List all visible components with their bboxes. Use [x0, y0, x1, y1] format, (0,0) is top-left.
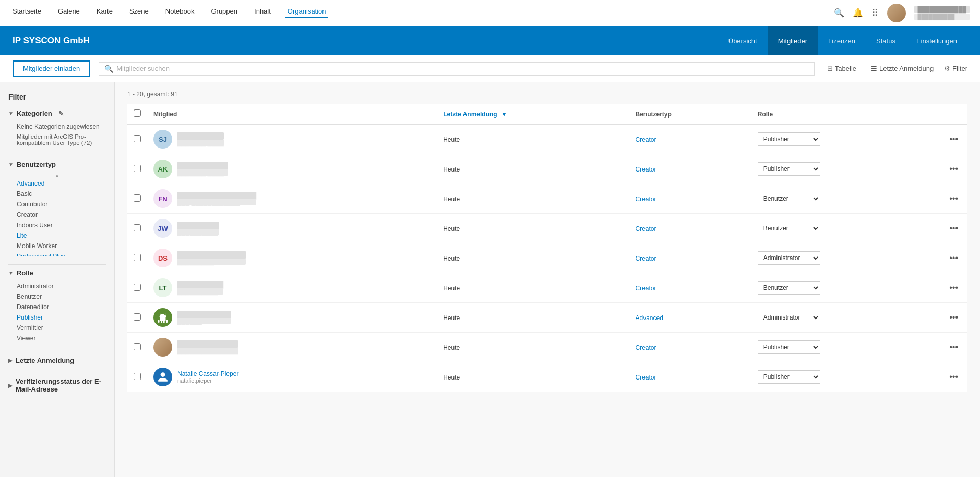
filter-item-benutzer[interactable]: Benutzer [8, 291, 106, 302]
filter-button[interactable]: ⚙ Filter [944, 65, 967, 72]
row-checkbox-1[interactable] [134, 165, 141, 172]
row-checkbox-3[interactable] [134, 224, 141, 231]
top-nav-link-gruppen[interactable]: Gruppen [209, 7, 240, 18]
filter-item-vermittler[interactable]: Vermittler [8, 323, 106, 333]
member-name: ███ ██████ ████████ [177, 192, 256, 199]
role-select[interactable]: AdministratorBenutzerDateneditorPublishe… [758, 132, 820, 146]
more-options-button[interactable]: ••• [946, 252, 961, 263]
scroll-up-indicator[interactable]: ▲ [8, 173, 106, 178]
filter-item-arcgis-pro[interactable]: Mitglieder mit ArcGIS Pro-kompatiblem Us… [8, 132, 106, 148]
row-checkbox-6[interactable] [134, 313, 141, 321]
row-checkbox-7[interactable] [134, 343, 141, 350]
row-checkbox-wrapper-1[interactable] [134, 165, 141, 174]
verifizierung-header[interactable]: ▶ Verifizierungsstatus der E-Mail-Adress… [8, 377, 106, 393]
filter-item-professional-plus[interactable]: Professional Plus [8, 251, 106, 256]
row-checkbox-wrapper-2[interactable] [134, 194, 141, 203]
last-login-value: Heute [443, 314, 460, 322]
filter-item-publisher[interactable]: Publisher [8, 312, 106, 323]
row-checkbox-wrapper-0[interactable] [134, 135, 141, 144]
invite-button[interactable]: Mitglieder einladen [13, 60, 90, 77]
avatar[interactable] [887, 4, 906, 22]
row-checkbox-2[interactable] [134, 194, 141, 202]
filter-item-dateneditor[interactable]: Dateneditor [8, 302, 106, 312]
more-options-button[interactable]: ••• [946, 341, 961, 352]
usertype-link[interactable]: Creator [636, 166, 656, 173]
col-letzte-anmeldung[interactable]: Letzte Anmeldung ▼ [437, 104, 629, 124]
more-options-button[interactable]: ••• [946, 133, 961, 144]
row-checkbox-wrapper-5[interactable] [134, 284, 141, 292]
filter-item-contributor[interactable]: Contributor [8, 199, 106, 210]
top-nav-links: StartseiteGalerieKarteSzeneNotebookGrupp… [10, 7, 834, 18]
role-select[interactable]: AdministratorBenutzerDateneditorPublishe… [758, 222, 820, 235]
org-tab-einstellungen[interactable]: Einstellungen [906, 26, 967, 55]
table-view-button[interactable]: ⊟ Tabelle [823, 63, 861, 75]
filter-item-viewer[interactable]: Viewer [8, 333, 106, 344]
usertype-link[interactable]: Creator [636, 344, 656, 351]
row-checkbox-wrapper-4[interactable] [134, 254, 141, 263]
row-checkbox-wrapper-8[interactable] [134, 373, 141, 382]
row-checkbox-wrapper-7[interactable] [134, 343, 141, 352]
org-tab-lizenzen[interactable]: Lizenzen [818, 26, 866, 55]
usertype-link[interactable]: Creator [636, 225, 656, 233]
usertype-link[interactable]: Creator [636, 136, 656, 143]
grid-icon[interactable]: ⠿ [871, 7, 879, 19]
usertype-link[interactable]: Creator [636, 195, 656, 203]
toolbar: Mitglieder einladen 🔍 ⊟ Tabelle ☰ Letzte… [0, 55, 980, 82]
more-options-button[interactable]: ••• [946, 371, 961, 382]
select-all-checkbox[interactable] [134, 109, 141, 117]
filter-item-mobile[interactable]: Mobile Worker [8, 241, 106, 251]
more-options-button[interactable]: ••• [946, 312, 961, 323]
row-checkbox-4[interactable] [134, 254, 141, 261]
org-tab-übersicht[interactable]: Übersicht [718, 26, 768, 55]
top-nav-link-startseite[interactable]: Startseite [10, 7, 43, 18]
edit-icon[interactable]: ✎ [58, 110, 64, 117]
row-checkbox-wrapper-3[interactable] [134, 224, 141, 233]
bell-icon[interactable]: 🔔 [853, 8, 863, 18]
row-checkbox-0[interactable] [134, 135, 141, 142]
top-nav-link-karte[interactable]: Karte [94, 7, 115, 18]
row-checkbox-8[interactable] [134, 373, 141, 380]
role-select[interactable]: AdministratorBenutzerDateneditorPublishe… [758, 281, 820, 295]
filter-item-creator[interactable]: Creator [8, 210, 106, 220]
usertype-link[interactable]: Advanced [636, 314, 663, 322]
more-options-button[interactable]: ••• [946, 282, 961, 293]
row-checkbox-wrapper-6[interactable] [134, 313, 141, 322]
benutzertyp-header[interactable]: ▼ Benutzertyp [8, 161, 106, 168]
letzte-anmeldung-header[interactable]: ▶ Letzte Anmeldung [8, 357, 106, 364]
role-select[interactable]: AdministratorBenutzerDateneditorPublishe… [758, 311, 820, 324]
top-nav-link-inhalt[interactable]: Inhalt [252, 7, 273, 18]
last-login-view-button[interactable]: ☰ Letzte Anmeldung [867, 63, 938, 75]
select-all-checkbox-wrapper[interactable] [134, 109, 141, 118]
role-select[interactable]: AdministratorBenutzerDateneditorPublishe… [758, 251, 820, 265]
filter-item-administrator[interactable]: Administrator [8, 281, 106, 291]
usertype-link[interactable]: Creator [636, 374, 656, 381]
role-select[interactable]: AdministratorBenutzerDateneditorPublishe… [758, 370, 820, 384]
role-select[interactable]: AdministratorBenutzerDateneditorPublishe… [758, 192, 820, 205]
search-input[interactable] [116, 65, 809, 72]
usertype-link[interactable]: Creator [636, 285, 656, 292]
more-options-button[interactable]: ••• [946, 193, 961, 204]
table-row: Natalie Cassar-Pieper natalie.pieper Heu… [127, 362, 967, 392]
top-nav-link-szene[interactable]: Szene [127, 7, 151, 18]
more-options-button[interactable]: ••• [946, 163, 961, 174]
top-nav-link-organisation[interactable]: Organisation [285, 7, 328, 18]
member-name-link[interactable]: Natalie Cassar-Pieper [177, 370, 238, 377]
usertype-link[interactable]: Creator [636, 255, 656, 262]
filter-item-no-category[interactable]: Keine Kategorien zugewiesen [8, 121, 106, 132]
filter-item-basic[interactable]: Basic [8, 189, 106, 199]
search-icon[interactable]: 🔍 [834, 8, 844, 18]
top-nav-link-galerie[interactable]: Galerie [56, 7, 82, 18]
more-options-button[interactable]: ••• [946, 223, 961, 234]
rolle-header[interactable]: ▼ Rolle [8, 269, 106, 277]
filter-item-advanced[interactable]: Advanced [8, 178, 106, 189]
role-select[interactable]: AdministratorBenutzerDateneditorPublishe… [758, 162, 820, 176]
filter-item-lite[interactable]: Lite [8, 230, 106, 241]
role-select[interactable]: AdministratorBenutzerDateneditorPublishe… [758, 340, 820, 354]
org-tab-mitglieder[interactable]: Mitglieder [768, 26, 818, 55]
org-tab-status[interactable]: Status [866, 26, 906, 55]
kategorien-header[interactable]: ▼ Kategorien ✎ [8, 109, 106, 117]
filter-item-indoors[interactable]: Indoors User [8, 220, 106, 230]
top-nav-link-notebook[interactable]: Notebook [163, 7, 197, 18]
last-login-value: Heute [443, 225, 460, 233]
row-checkbox-5[interactable] [134, 284, 141, 291]
